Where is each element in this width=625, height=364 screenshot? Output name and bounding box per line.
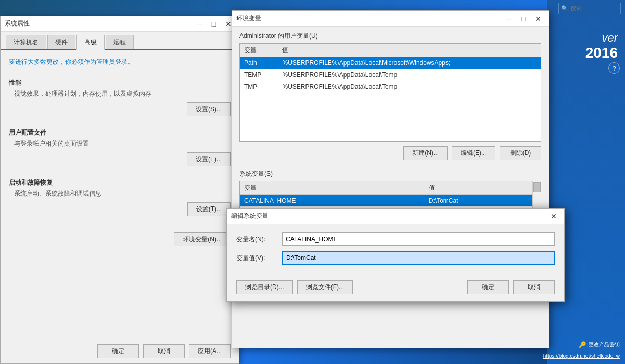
divider-4 bbox=[9, 222, 231, 222]
key-icon: 🔑 bbox=[579, 341, 586, 348]
var-value-input[interactable] bbox=[282, 251, 555, 265]
user-var-value: %USERPROFILE%\AppData\Local\Temp bbox=[278, 81, 541, 93]
startup-section-desc: 系统启动、系统故障和调试信息 bbox=[9, 189, 231, 198]
system-vars-table-header: 变量 值 bbox=[240, 181, 541, 195]
browse-file-button[interactable]: 浏览文件(F)... bbox=[297, 280, 353, 294]
search-box[interactable]: 🔍 bbox=[558, 3, 621, 14]
system-vars-col-val: 值 bbox=[425, 181, 541, 195]
user-vars-delete-button[interactable]: 删除(D) bbox=[500, 146, 541, 160]
system-vars-label: 系统变量(S) bbox=[232, 164, 549, 181]
user-var-name: TEMP bbox=[240, 69, 278, 81]
system-vars-table: 变量 值 CATALINA_HOME D:\TomCat bbox=[240, 181, 541, 207]
user-var-name: Path bbox=[240, 57, 278, 69]
table-row[interactable]: Path %USERPROFILE%\AppData\Local\Microso… bbox=[240, 57, 541, 69]
scrollbar-thumb[interactable] bbox=[533, 182, 541, 192]
userprofile-section-title: 用户配置文件 bbox=[9, 128, 231, 137]
table-row[interactable]: TMP %USERPROFILE%\AppData\Local\Temp bbox=[240, 81, 541, 93]
divider-2 bbox=[9, 122, 231, 122]
table-row[interactable]: TEMP %USERPROFILE%\AppData\Local\Temp bbox=[240, 69, 541, 81]
userprofile-settings-button[interactable]: 设置(E)... bbox=[187, 152, 231, 166]
edit-dialog-titlebar: 编辑系统变量 ✕ bbox=[227, 209, 564, 224]
edit-cancel-button[interactable]: 取消 bbox=[513, 280, 555, 294]
envvars-maximize-button[interactable]: □ bbox=[517, 12, 530, 25]
edit-confirm-buttons: 确定 取消 bbox=[467, 280, 555, 294]
edit-ok-button[interactable]: 确定 bbox=[467, 280, 509, 294]
taskbar-top-right: 🔍 bbox=[548, 0, 625, 17]
edit-dialog: 编辑系统变量 ✕ 变量名(N): 变量值(V): 浏览目录(D)... 浏览文件… bbox=[226, 208, 565, 302]
user-vars-label: Administrator 的用户变量(U) bbox=[232, 27, 549, 43]
tab-advanced[interactable]: 高级 bbox=[76, 35, 105, 50]
edit-dialog-close-button[interactable]: ✕ bbox=[547, 210, 560, 223]
sysprops-bottom-buttons: 确定 取消 应用(A... bbox=[1, 339, 239, 363]
tab-remote[interactable]: 远程 bbox=[106, 35, 134, 49]
browse-dir-button[interactable]: 浏览目录(D)... bbox=[236, 280, 293, 294]
sysprops-title: 系统属性 bbox=[5, 19, 30, 28]
server-year: 2016 bbox=[585, 45, 618, 61]
sysprops-titlebar: 系统属性 ─ □ ✕ bbox=[1, 16, 239, 32]
system-var-name: CATALINA_HOME bbox=[240, 195, 425, 207]
system-var-value: D:\TomCat bbox=[425, 195, 541, 207]
envvars-close-button[interactable]: ✕ bbox=[532, 12, 544, 25]
edit-dialog-window-controls: ✕ bbox=[547, 210, 560, 223]
search-icon: 🔍 bbox=[561, 5, 568, 12]
search-input[interactable] bbox=[570, 5, 617, 11]
var-name-row: 变量名(N): bbox=[236, 232, 555, 246]
help-button[interactable]: ? bbox=[608, 62, 620, 74]
sysprops-apply-button[interactable]: 应用(A... bbox=[189, 344, 231, 358]
performance-section-title: 性能 bbox=[9, 79, 231, 87]
change-key-label: 更改产品密钥 bbox=[589, 341, 620, 348]
system-vars-col-var: 变量 bbox=[240, 181, 425, 195]
sysprops-body: 要进行大多数更改，你必须作为管理员登录。 性能 视觉效果，处理器计划，内存使用，… bbox=[1, 50, 239, 259]
var-value-label: 变量值(V): bbox=[236, 254, 278, 263]
envvars-title: 环境变量 bbox=[236, 14, 261, 23]
user-vars-table: 变量 值 Path %USERPROFILE%\AppData\Local\Mi… bbox=[240, 44, 541, 93]
performance-section-desc: 视觉效果，处理器计划，内存使用，以及虚拟内存 bbox=[9, 89, 231, 98]
var-name-label: 变量名(N): bbox=[236, 235, 278, 244]
sysprops-window-controls: ─ □ ✕ bbox=[193, 18, 235, 30]
user-vars-edit-button[interactable]: 编辑(E)... bbox=[452, 146, 495, 160]
user-vars-col-val: 值 bbox=[278, 44, 541, 57]
envvars-window-controls: ─ □ ✕ bbox=[503, 12, 544, 25]
edit-dialog-buttons: 浏览目录(D)... 浏览文件(F)... 确定 取消 bbox=[227, 280, 564, 294]
edit-dialog-title: 编辑系统变量 bbox=[231, 212, 269, 220]
envvars-titlebar: 环境变量 ─ □ ✕ bbox=[232, 11, 549, 27]
user-vars-new-button[interactable]: 新建(N)... bbox=[403, 146, 448, 160]
user-var-name: TMP bbox=[240, 81, 278, 93]
bottom-link[interactable]: https://blog.csdn.net/shellcode_w bbox=[543, 353, 620, 359]
var-name-input[interactable] bbox=[282, 232, 555, 246]
user-vars-table-header: 变量 值 bbox=[240, 44, 541, 57]
envvars-button[interactable]: 环境变量(N)... bbox=[174, 232, 231, 246]
performance-settings-button[interactable]: 设置(S)... bbox=[187, 102, 231, 116]
startup-section-title: 启动和故障恢复 bbox=[9, 178, 231, 187]
sysprops-minimize-button[interactable]: ─ bbox=[193, 18, 206, 30]
change-product-key-button[interactable]: 🔑 更改产品密钥 bbox=[579, 341, 620, 348]
sysprops-cancel-button[interactable]: 取消 bbox=[143, 344, 185, 358]
user-vars-col-var: 变量 bbox=[240, 44, 278, 57]
user-vars-table-container: 变量 值 Path %USERPROFILE%\AppData\Local\Mi… bbox=[239, 43, 541, 142]
var-value-row: 变量值(V): bbox=[236, 251, 555, 265]
right-panel: ver 2016 ? 🔑 更改产品密钥 https://blog.csdn.ne… bbox=[547, 0, 625, 364]
sysprops-maximize-button[interactable]: □ bbox=[208, 18, 220, 30]
server-text: ver bbox=[585, 31, 618, 45]
userprofile-section-desc: 与登录帐户相关的桌面设置 bbox=[9, 139, 231, 148]
envvars-minimize-button[interactable]: ─ bbox=[503, 12, 515, 25]
sysprops-tabs: 计算机名 硬件 高级 远程 bbox=[1, 32, 239, 50]
tab-computername[interactable]: 计算机名 bbox=[6, 35, 46, 49]
user-vars-buttons: 新建(N)... 编辑(E)... 删除(D) bbox=[232, 142, 549, 164]
admin-info-text: 要进行大多数更改，你必须作为管理员登录。 bbox=[9, 58, 231, 67]
sysprops-window: 系统属性 ─ □ ✕ 计算机名 硬件 高级 远程 要进行大多数更改，你必须作为管… bbox=[0, 16, 239, 364]
user-var-value: %USERPROFILE%\AppData\Local\Microsoft\Wi… bbox=[278, 57, 541, 69]
startup-settings-button[interactable]: 设置(T)... bbox=[187, 202, 231, 216]
tab-hardware[interactable]: 硬件 bbox=[47, 35, 75, 49]
edit-dialog-body: 变量名(N): 变量值(V): bbox=[227, 224, 564, 278]
divider-3 bbox=[9, 172, 231, 172]
user-var-value: %USERPROFILE%\AppData\Local\Temp bbox=[278, 69, 541, 81]
divider-1 bbox=[9, 72, 231, 72]
table-row[interactable]: CATALINA_HOME D:\TomCat bbox=[240, 195, 541, 207]
edit-browse-buttons: 浏览目录(D)... 浏览文件(F)... bbox=[236, 280, 353, 294]
sysprops-ok-button[interactable]: 确定 bbox=[97, 344, 139, 358]
